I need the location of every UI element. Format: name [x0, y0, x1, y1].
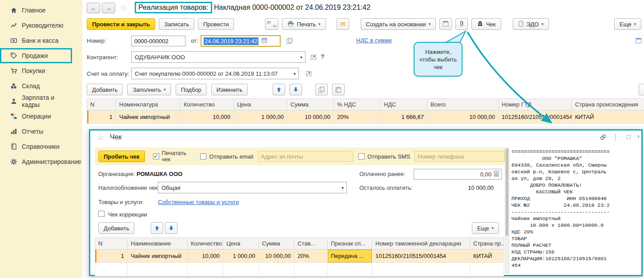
dialog-move-up-button[interactable] — [151, 222, 163, 234]
check-table-row[interactable]: 1 Чайник импортный 10,000 1 000,00 10 00… — [95, 249, 504, 263]
collapse-panel-icon[interactable]: › — [637, 132, 640, 140]
sidebar-item-directories[interactable]: Справочники — [0, 139, 72, 154]
chevron-down-icon: ▾ — [164, 87, 166, 92]
dialog-more-button[interactable]: Еще▾ — [472, 222, 499, 234]
dtkt-postings-button[interactable]: Дт Кт — [265, 18, 278, 30]
sidebar-item-bank[interactable]: Банк и касса — [0, 33, 72, 48]
vat-in-sum-link[interactable]: НДС в сумме — [356, 37, 392, 44]
contractor-combo[interactable]: ОДУВАНЧИК ООО ▾ — [131, 51, 306, 63]
check-items-table: N Наименование Количество Цена Сумма Ста… — [95, 237, 504, 276]
organization-value: РОМАШКА ООО — [137, 171, 182, 177]
sidebar-item-administration[interactable]: Администрирование — [0, 154, 72, 169]
attachments-button[interactable] — [455, 18, 468, 30]
sidebar-item-label: Продажи — [22, 52, 48, 59]
post-button[interactable]: Провести — [198, 18, 234, 30]
correction-check-label: Чек коррекции — [108, 211, 147, 218]
items-table-row[interactable]: 1 Чайник импортный 10,000 1 000,00 10 00… — [87, 110, 644, 124]
sidebar-item-label: Администрирование — [22, 158, 81, 165]
fill-button[interactable]: Заполнить▾ — [127, 84, 171, 95]
add-row-button[interactable]: Добавить — [87, 84, 123, 95]
change-button[interactable]: Изменить — [211, 84, 248, 95]
calc-attribute-cell[interactable]: Передача ... — [328, 249, 372, 263]
maximize-icon[interactable]: □ — [627, 133, 631, 140]
sidebar-item-reports[interactable]: Отчеты — [0, 124, 72, 139]
sidebar-item-purchases[interactable]: Покупки — [0, 63, 72, 78]
sidebar-item-label: Склад — [22, 82, 40, 90]
calculator-icon[interactable] — [494, 171, 499, 178]
trend-icon — [10, 22, 17, 29]
print-button[interactable]: Печать ▾ — [282, 18, 326, 30]
date-label: от: — [191, 37, 198, 44]
receipt-preview: ================================ ООО "РО… — [511, 148, 640, 273]
link-icon[interactable] — [600, 134, 607, 142]
more-dots-icon[interactable]: ⋮ — [612, 133, 619, 141]
callout-bubble: Нажмите, чтобы выбить чек — [414, 42, 463, 77]
open-invoice-icon[interactable] — [303, 69, 314, 78]
sidebar-item-label: Справочники — [22, 143, 60, 150]
move-up-button[interactable] — [273, 84, 285, 95]
copy-rows-button[interactable] — [315, 84, 328, 95]
favorite-star-icon[interactable]: ☆ — [120, 3, 127, 13]
sidebar-item-sales[interactable]: Продажи — [0, 48, 72, 63]
send-email-checkbox[interactable] — [200, 153, 206, 159]
goods-label: Товары и услуги: — [98, 199, 144, 205]
save-button[interactable]: Записать — [159, 18, 194, 30]
scrollbar-thumb[interactable] — [506, 149, 508, 236]
correction-check-checkbox[interactable] — [98, 211, 105, 217]
phone-input[interactable] — [415, 151, 505, 162]
email-input[interactable] — [258, 151, 354, 162]
print-check-label: Печатать чек — [162, 150, 190, 163]
sidebar-item-hr[interactable]: Зарплата и кадры — [0, 94, 72, 109]
invoice-combo[interactable]: Счет покупателю 0000-000002 от 24.06.201… — [131, 68, 299, 79]
calendar-icon[interactable] — [262, 37, 267, 45]
post-and-close-button[interactable]: Провести и закрыть — [87, 18, 155, 30]
side-panel-icon[interactable] — [634, 36, 643, 45]
sidebar-item-manager[interactable]: Руководителю — [0, 18, 72, 33]
dialog-move-down-button[interactable] — [165, 222, 177, 234]
send-sms-label: Отправить SMS — [367, 153, 410, 160]
edo-button[interactable]: ЭДО ▾ — [513, 18, 549, 30]
forward-button[interactable]: → — [102, 3, 115, 13]
copy-date-icon[interactable] — [284, 36, 295, 46]
more-button[interactable]: Еще ▾ — [614, 18, 641, 30]
dialog-favorite-star-icon[interactable]: ☆ — [97, 133, 104, 142]
cash-register-icon — [477, 20, 483, 28]
send-mail-button[interactable]: ✉ — [337, 18, 349, 30]
invoice-label: Счет на оплату: — [87, 70, 129, 77]
check-button[interactable]: Чек — [471, 18, 501, 30]
date-input[interactable]: 24.06.2019 23:21:42 — [201, 35, 281, 47]
contractor-label: Контрагент: — [87, 54, 118, 61]
move-down-button[interactable] — [290, 84, 302, 95]
sidebar-item-operations[interactable]: Операции — [0, 109, 72, 124]
sidebar-item-label: Банк и касса — [22, 37, 58, 44]
send-sms-checkbox[interactable] — [358, 153, 365, 159]
sidebar-item-warehouse[interactable]: Склад — [0, 78, 72, 94]
create-on-basis-button[interactable]: Создать на основании ▾ — [361, 18, 436, 30]
dialog-add-row-button[interactable]: Добавить — [98, 222, 134, 234]
pick-button[interactable]: Подбор — [176, 84, 207, 95]
open-contractor-icon[interactable] — [308, 52, 319, 62]
print-check-checkbox[interactable]: ✓ — [153, 153, 159, 159]
paste-rows-button[interactable] — [332, 84, 345, 95]
check-icon: ✓ — [153, 154, 158, 159]
taxation-combo[interactable]: Общая ▾ — [158, 182, 347, 193]
goods-link[interactable]: Собственные товары и услуги — [158, 199, 239, 205]
items-more-button[interactable]: Еще▾ — [639, 84, 644, 95]
paid-earlier-input[interactable]: 0,00 — [414, 169, 502, 180]
back-button[interactable]: ← — [87, 3, 100, 13]
check-dialog: ☆ Чек ⋮ □ › Пробить чек ✓ Печатать чек О… — [89, 129, 643, 276]
sidebar-item-label: Зарплата и кадры — [22, 94, 71, 108]
paid-earlier-label: Оплачено ранее: — [359, 171, 405, 177]
help-icon[interactable]: ? — [321, 53, 325, 60]
related-documents-button[interactable] — [439, 18, 452, 30]
chevron-down-icon[interactable]: ▾ — [342, 185, 344, 190]
punch-check-button[interactable]: Пробить чек — [98, 151, 145, 162]
send-email-label: Отправить email — [209, 153, 253, 160]
sidebar-item-label: Руководителю — [22, 22, 63, 29]
chevron-down-icon[interactable]: ▾ — [294, 71, 296, 76]
number-input[interactable] — [131, 36, 185, 46]
dialog-vertical-scrollbar[interactable] — [505, 147, 509, 273]
sidebar-item-main[interactable]: Главное — [0, 3, 72, 18]
empty-row[interactable] — [95, 263, 504, 276]
chevron-down-icon[interactable]: ▾ — [300, 55, 302, 60]
